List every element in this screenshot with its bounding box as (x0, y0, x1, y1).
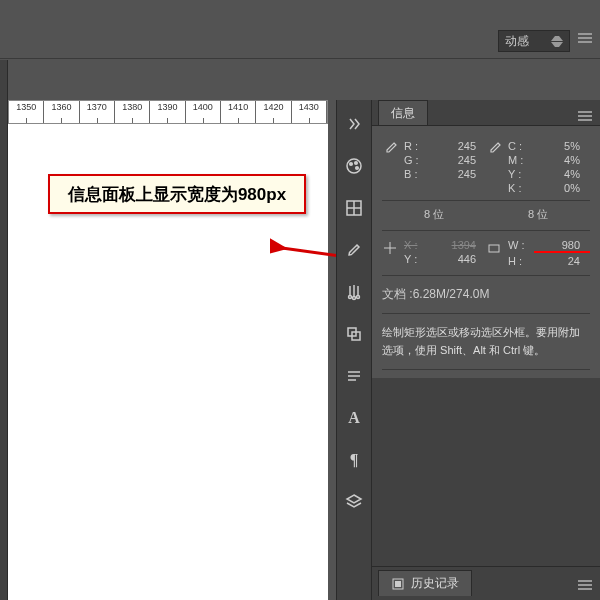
ruler[interactable]: 1350 1360 1370 1380 1390 1400 1410 1420 … (8, 100, 328, 124)
ruler-tick: 1400 (186, 101, 221, 123)
value-m: 4% (534, 154, 590, 166)
svg-point-10 (353, 297, 356, 300)
ruler-tick: 1430 (292, 101, 327, 123)
history-panel-tabbar: 历史记录 (372, 566, 600, 596)
brush-icon[interactable] (344, 240, 364, 260)
document-size: 文档 :6.28M/274.0M (382, 276, 590, 314)
eyedropper-icon (382, 140, 398, 194)
clone-icon[interactable] (344, 324, 364, 344)
dimensions-icon (486, 239, 502, 267)
value-y-coord: 446 (430, 253, 486, 265)
svg-point-2 (347, 159, 361, 173)
bit-depth-row: 8 位 8 位 (382, 201, 590, 231)
ruler-tick: 1410 (221, 101, 256, 123)
info-panel-body: R :245 G :245 B :245 C :5% M :4% Y :4% K… (372, 126, 600, 378)
svg-rect-19 (489, 245, 499, 252)
ruler-tick: 1350 (9, 101, 44, 123)
info-panel-tabbar: 信息 (372, 100, 600, 126)
panel-area: 信息 R :245 G :245 B :245 C :5% M :4% Y :4… (372, 100, 600, 600)
paragraph-icon[interactable]: ¶ (344, 450, 364, 470)
value-x: 1394 (430, 239, 486, 251)
brushes-icon[interactable] (344, 282, 364, 302)
value-r: 245 (430, 140, 486, 152)
collapse-icon[interactable] (344, 114, 364, 134)
history-tab[interactable]: 历史记录 (378, 570, 472, 596)
history-icon (391, 577, 405, 591)
crosshair-icon (382, 239, 398, 267)
workspace-label: 动感 (505, 33, 529, 50)
svg-point-5 (356, 167, 359, 170)
tool-column: A ¶ (336, 100, 372, 600)
value-w: 980 (534, 239, 590, 253)
value-c: 5% (534, 140, 590, 152)
value-h: 24 (534, 255, 590, 267)
history-title: 历史记录 (411, 575, 459, 592)
svg-point-11 (357, 296, 360, 299)
panel-menu-icon[interactable] (578, 33, 592, 43)
panel-menu-icon[interactable] (578, 111, 592, 121)
character-icon[interactable]: A (344, 408, 364, 428)
svg-point-3 (350, 163, 353, 166)
panel-menu-icon[interactable] (578, 580, 592, 590)
swatches-icon[interactable] (344, 198, 364, 218)
value-b: 245 (430, 168, 486, 180)
ruler-tick: 1360 (44, 101, 79, 123)
bits-left: 8 位 (382, 207, 486, 222)
tool-hint: 绘制矩形选区或移动选区外框。要用附加选项，使用 Shift、Alt 和 Ctrl… (382, 314, 590, 370)
svg-point-4 (355, 162, 358, 165)
top-bar: 动感 (0, 0, 600, 60)
color-palette-icon[interactable] (344, 156, 364, 176)
workspace-dropdown[interactable]: 动感 (498, 30, 570, 52)
paragraph-styles-icon[interactable] (344, 366, 364, 386)
bits-right: 8 位 (486, 207, 590, 222)
svg-rect-21 (395, 581, 401, 587)
eyedropper-icon (486, 140, 502, 194)
dropdown-arrows-icon (551, 33, 563, 49)
left-strip (0, 60, 8, 600)
ruler-tick: 1390 (150, 101, 185, 123)
svg-point-9 (349, 296, 352, 299)
info-tab[interactable]: 信息 (378, 100, 428, 125)
value-y: 4% (534, 168, 590, 180)
color-readout-row: R :245 G :245 B :245 C :5% M :4% Y :4% K… (382, 134, 590, 201)
annotation-callout: 信息面板上显示宽度为980px (48, 174, 306, 214)
value-k: 0% (534, 182, 590, 194)
coordinates-row: X :1394 Y :446 W :980 H :24 (382, 231, 590, 276)
divider (0, 58, 600, 59)
ruler-tick: 1420 (256, 101, 291, 123)
value-g: 245 (430, 154, 486, 166)
layers-icon[interactable] (344, 492, 364, 512)
callout-text: 信息面板上显示宽度为980px (68, 183, 286, 206)
ruler-tick: 1370 (80, 101, 115, 123)
ruler-tick: 1380 (115, 101, 150, 123)
